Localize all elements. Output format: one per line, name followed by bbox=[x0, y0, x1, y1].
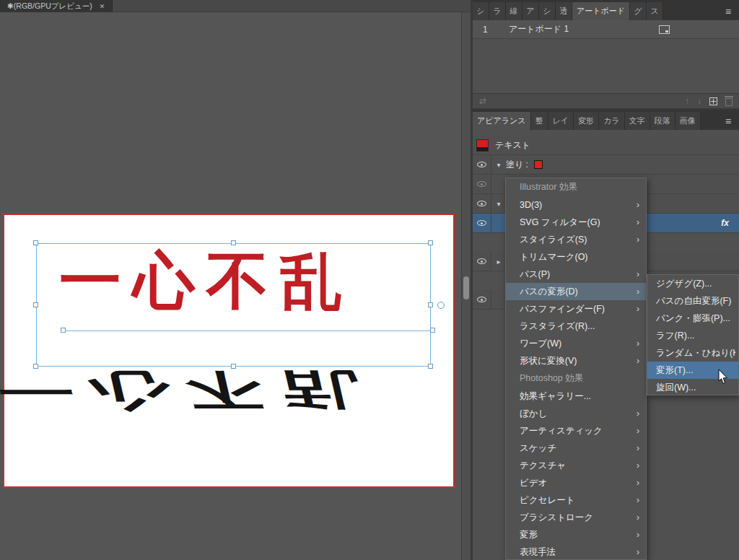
panel-tab-fragment[interactable]: グ bbox=[630, 2, 647, 20]
panel-tab-fragment[interactable]: ア bbox=[522, 2, 539, 20]
submenu-arrow-icon: › bbox=[637, 235, 639, 245]
appearance-row-text[interactable]: テキスト bbox=[473, 136, 739, 155]
delete-artboard-icon[interactable] bbox=[725, 98, 733, 106]
menu-item-path[interactable]: パス(P)› bbox=[506, 266, 646, 283]
document-tab[interactable]: ✱(RGB/GPUプレビュー) ✕ bbox=[0, 0, 113, 12]
vertical-scrollbar-thumb[interactable] bbox=[463, 276, 469, 299]
panel-tab-fragment[interactable]: 透 bbox=[556, 2, 572, 20]
menu-item-stylize[interactable]: スタイライズ(S)› bbox=[506, 231, 646, 248]
panel-tab-fragment[interactable]: 文字 bbox=[625, 112, 650, 130]
chevron-down-icon[interactable]: ▾ bbox=[491, 161, 506, 169]
submenu-arrow-icon: › bbox=[637, 530, 639, 540]
selection-handle-n[interactable] bbox=[231, 240, 236, 245]
chevron-down-icon[interactable]: ▾ bbox=[491, 200, 506, 208]
menu-item-svg-filter[interactable]: SVG フィルター(G)› bbox=[506, 214, 646, 231]
submenu-item-zigzag[interactable]: ジグザグ(Z)... bbox=[647, 275, 738, 292]
panel-tab-fragment[interactable]: 画像 bbox=[675, 112, 701, 130]
reorder-artboards-icon[interactable]: ⇄ bbox=[479, 96, 486, 106]
menu-item-distort-path[interactable]: パスの変形(D)› bbox=[506, 283, 646, 300]
submenu-arrow-icon: › bbox=[637, 356, 639, 366]
visibility-cell[interactable] bbox=[473, 290, 491, 309]
panel-tab-fragment[interactable]: ラ bbox=[489, 2, 506, 20]
path-anchor-right[interactable] bbox=[430, 328, 435, 333]
panel-tab-fragment[interactable]: ス bbox=[647, 2, 663, 20]
close-icon[interactable]: ✕ bbox=[100, 3, 105, 10]
menu-item-effect-gallery[interactable]: 効果ギャラリー... bbox=[506, 388, 646, 405]
menu-item-trim-marks[interactable]: トリムマーク(O) bbox=[506, 248, 646, 266]
eye-icon[interactable] bbox=[477, 258, 486, 264]
panel-menu-icon[interactable]: ≡ bbox=[717, 112, 739, 130]
eye-icon[interactable] bbox=[477, 220, 486, 226]
visibility-cell[interactable] bbox=[473, 214, 491, 232]
panel-tab-fragment[interactable]: カラ bbox=[599, 112, 625, 130]
eye-icon-off[interactable] bbox=[477, 181, 486, 187]
menu-item-sketch[interactable]: スケッチ› bbox=[506, 439, 646, 457]
visibility-cell[interactable] bbox=[473, 155, 491, 174]
submenu-arrow-icon: › bbox=[637, 269, 639, 279]
panel-tab-fragment[interactable]: 段落 bbox=[650, 112, 675, 130]
submenu-arrow-icon: › bbox=[637, 478, 639, 488]
selection-handle-se[interactable] bbox=[428, 364, 433, 369]
artboard-page-icon[interactable] bbox=[659, 25, 670, 34]
visibility-cell[interactable] bbox=[473, 252, 491, 271]
menu-item-brush-strokes[interactable]: ブラシストローク› bbox=[506, 509, 646, 526]
panel-tab-fragment[interactable]: 線 bbox=[506, 2, 522, 20]
panel-tab-fragment[interactable]: シ bbox=[539, 2, 556, 20]
artboard-name[interactable]: アートボード 1 bbox=[509, 23, 569, 35]
chevron-right-icon[interactable]: ▸ bbox=[491, 258, 506, 266]
fx-badge: fx bbox=[721, 218, 729, 228]
eye-icon[interactable] bbox=[477, 201, 486, 206]
tab-artboards[interactable]: アートボード bbox=[572, 2, 630, 20]
submenu-arrow-icon: › bbox=[637, 338, 639, 349]
menu-item-pathfinder[interactable]: パスファインダー(F)› bbox=[506, 300, 646, 318]
selection-handle-w[interactable] bbox=[33, 302, 38, 307]
panel-tab-fragment[interactable]: シ bbox=[473, 2, 489, 20]
visibility-cell[interactable] bbox=[473, 175, 491, 193]
path-anchor-left[interactable] bbox=[61, 328, 66, 333]
tab-appearance[interactable]: アピアランス bbox=[473, 112, 531, 130]
selection-handle-nw[interactable] bbox=[33, 240, 38, 245]
canvas-area[interactable]: ✱(RGB/GPUプレビュー) ✕ 一心不乱 一心不乱 bbox=[0, 0, 471, 560]
menu-item-3d[interactable]: 3D(3)› bbox=[506, 196, 646, 214]
menu-item-convert-to-shape[interactable]: 形状に変換(V)› bbox=[506, 352, 646, 369]
submenu-item-roughen[interactable]: ラフ(R)... bbox=[647, 327, 738, 344]
menu-item-distort-ps[interactable]: 変形› bbox=[506, 526, 646, 543]
eye-icon[interactable] bbox=[477, 162, 486, 167]
fill-label: 塗り : bbox=[506, 159, 528, 171]
submenu-item-tweak[interactable]: ランダム・ひねり(K)... bbox=[647, 344, 738, 362]
fill-color-swatch[interactable] bbox=[534, 160, 543, 169]
panel-tab-fragment[interactable]: レイ bbox=[548, 112, 574, 130]
menu-item-warp[interactable]: ワープ(W)› bbox=[506, 335, 646, 352]
selection-handle-sw[interactable] bbox=[33, 364, 38, 369]
menu-item-texture[interactable]: テクスチャ› bbox=[506, 457, 646, 474]
move-down-icon[interactable]: ↓ bbox=[697, 96, 701, 106]
selection-side-widget[interactable] bbox=[437, 302, 445, 309]
move-up-icon[interactable]: ↑ bbox=[685, 96, 689, 106]
menu-item-video[interactable]: ビデオ› bbox=[506, 474, 646, 491]
appearance-row-fill[interactable]: ▾ 塗り : bbox=[473, 155, 739, 175]
panel-menu-icon[interactable]: ≡ bbox=[717, 2, 739, 20]
panel-tab-fragment[interactable]: 変形 bbox=[574, 112, 599, 130]
document-tab-title: ✱(RGB/GPUプレビュー) bbox=[7, 1, 92, 12]
menu-item-pixelate[interactable]: ピクセレート› bbox=[506, 491, 646, 509]
menu-item-blur[interactable]: ぼかし› bbox=[506, 405, 646, 422]
new-artboard-icon[interactable] bbox=[709, 97, 717, 105]
artboard-list-row[interactable]: 1 アートボード 1 bbox=[473, 20, 739, 39]
submenu-arrow-icon: › bbox=[637, 304, 639, 314]
text-baseline-path bbox=[64, 331, 433, 331]
menu-item-rasterize[interactable]: ラスタライズ(R)... bbox=[506, 318, 646, 335]
vertical-scrollbar[interactable] bbox=[461, 12, 471, 560]
submenu-item-pucker-bloat[interactable]: パンク・膨張(P)... bbox=[647, 310, 738, 327]
calligraphy-text-distorted[interactable]: 一心不乱 bbox=[0, 369, 384, 411]
selection-handle-ne[interactable] bbox=[428, 240, 433, 245]
visibility-cell[interactable] bbox=[473, 194, 491, 213]
selection-handle-s[interactable] bbox=[231, 364, 236, 369]
selection-handle-e[interactable] bbox=[428, 302, 433, 307]
submenu-item-free-distort[interactable]: パスの自由変形(F) bbox=[647, 292, 738, 310]
illustrator-window: ✱(RGB/GPUプレビュー) ✕ 一心不乱 一心不乱 bbox=[0, 0, 739, 560]
menu-item-artistic[interactable]: アーティスティック› bbox=[506, 422, 646, 439]
panel-tab-fragment[interactable]: 整 bbox=[531, 112, 548, 130]
eye-icon[interactable] bbox=[477, 297, 486, 302]
menu-item-stylize-ps[interactable]: 表現手法› bbox=[506, 543, 646, 560]
appearance-panel-tabbar: アピアランス 整 レイ 変形 カラ 文字 段落 画像 ≡ bbox=[473, 110, 739, 130]
